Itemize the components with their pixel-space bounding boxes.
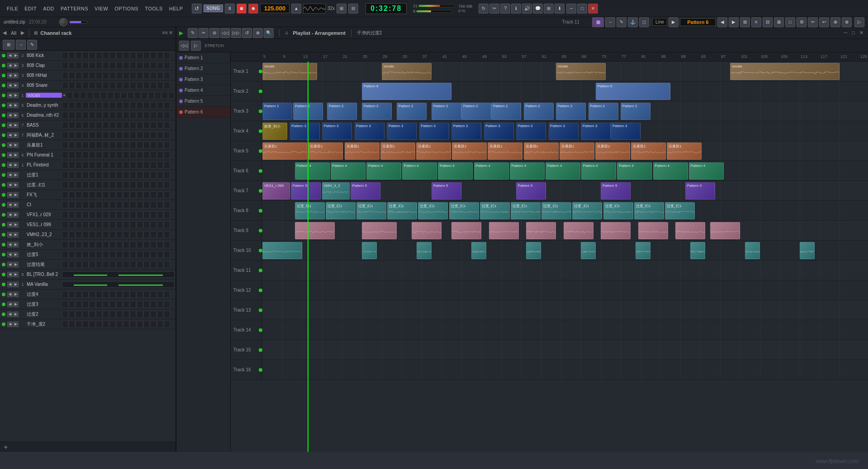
channel-btn-◀-24[interactable]: ◀ <box>7 292 13 297</box>
pad-10-1[interactable] <box>69 152 75 159</box>
pad-4-2[interactable] <box>80 92 86 99</box>
pad-6-13[interactable] <box>150 112 157 119</box>
channel-btn-◀-16[interactable]: ◀ <box>7 212 13 218</box>
pad-27-2[interactable] <box>76 321 82 328</box>
pad-19-6[interactable] <box>103 241 109 248</box>
pad-11-15[interactable] <box>164 161 170 169</box>
channel-name-27[interactable]: 干净_度2 <box>26 321 62 327</box>
block-2-2[interactable]: Pattern 2 <box>327 103 357 120</box>
pl-tab2[interactable]: 干净的过度2 <box>357 30 382 36</box>
pad-20-14[interactable] <box>157 251 163 258</box>
pad-8-2[interactable] <box>76 132 82 139</box>
channel-name-21[interactable]: 过度结尾 <box>26 261 62 268</box>
block-3-9[interactable]: Pattern 3 <box>549 123 579 140</box>
pad-16-13[interactable] <box>150 211 157 218</box>
pad-27-11[interactable] <box>137 321 143 328</box>
pad-25-9[interactable] <box>123 301 129 308</box>
pattern-selector[interactable]: Pattern 6 <box>680 18 716 26</box>
pad-5-0[interactable] <box>62 102 68 109</box>
channel-led-17[interactable] <box>2 223 5 227</box>
pad-17-11[interactable] <box>137 221 143 228</box>
pad-21-13[interactable] <box>150 261 157 268</box>
pad-10-14[interactable] <box>157 152 163 159</box>
tb6[interactable]: ⚙ <box>797 17 806 27</box>
channel-btn-◀-26[interactable]: ◀ <box>7 312 13 317</box>
pad-13-3[interactable] <box>82 181 89 189</box>
speaker-btn[interactable]: 🔊 <box>522 4 532 14</box>
arrow-right-btn[interactable]: → <box>605 17 615 27</box>
pad-5-1[interactable] <box>69 102 75 109</box>
pad-12-11[interactable] <box>137 171 143 179</box>
pad-7-2[interactable] <box>76 122 82 129</box>
pad-16-8[interactable] <box>116 211 123 218</box>
pad-13-2[interactable] <box>76 181 82 189</box>
pad-24-6[interactable] <box>103 291 109 298</box>
pad-16-10[interactable] <box>130 211 136 218</box>
pad-25-12[interactable] <box>143 301 150 308</box>
pad-19-0[interactable] <box>62 241 68 248</box>
pad-4-4[interactable] <box>94 92 100 99</box>
block-4-3[interactable]: 乐巢鼓1 <box>380 142 415 160</box>
pad-21-3[interactable] <box>82 261 89 268</box>
tb2[interactable]: ≡ <box>751 17 761 27</box>
pad-6-4[interactable] <box>89 112 95 119</box>
pad-4-11[interactable] <box>141 92 147 99</box>
pattern-item-2[interactable]: Pattern 2 <box>176 63 230 74</box>
pad-25-0[interactable] <box>62 301 68 308</box>
pad-21-11[interactable] <box>137 261 143 268</box>
stop-btn[interactable]: ⏹ <box>237 4 247 14</box>
channel-btn-◀-9[interactable]: ◀ <box>7 142 13 148</box>
maximize-btn[interactable]: □ <box>577 4 587 14</box>
pad-18-14[interactable] <box>157 231 163 238</box>
channel-row-7[interactable]: ◀▶7BASS <box>0 120 175 130</box>
channel-name-24[interactable]: 过度4 <box>26 291 62 298</box>
pad-12-15[interactable] <box>164 171 170 179</box>
pad-18-1[interactable] <box>69 231 75 238</box>
block-2-4[interactable]: Pattern 2 <box>397 103 427 120</box>
pad-14-1[interactable] <box>69 191 75 199</box>
pad-26-12[interactable] <box>143 311 150 318</box>
channel-btn-◀-15[interactable]: ◀ <box>7 202 13 208</box>
pad-3-10[interactable] <box>130 82 136 89</box>
pad-5-14[interactable] <box>157 102 163 109</box>
pad-9-3[interactable] <box>82 142 89 149</box>
channel-btn-◀-8[interactable]: ◀ <box>7 133 13 138</box>
pad-15-8[interactable] <box>116 201 123 208</box>
channel-row-21[interactable]: ◀▶过度结尾 <box>0 260 175 270</box>
pad-21-9[interactable] <box>123 261 129 268</box>
block-4-1[interactable]: 乐巢鼓1 <box>308 142 343 160</box>
block-5-5[interactable]: Pattern 4 <box>474 162 509 180</box>
pad-4-5[interactable] <box>100 92 107 99</box>
pad-8-13[interactable] <box>150 132 157 139</box>
pad-1-2[interactable] <box>76 62 82 69</box>
pl-tb6[interactable]: ↺ <box>242 28 252 38</box>
expand-right-btn[interactable]: ▷ <box>854 17 864 27</box>
pad-4-1[interactable] <box>73 92 80 99</box>
pad-9-10[interactable] <box>130 142 136 149</box>
pad-15-13[interactable] <box>150 201 157 208</box>
pad-14-11[interactable] <box>137 191 143 199</box>
pad-20-6[interactable] <box>103 251 109 258</box>
pad-20-4[interactable] <box>89 251 95 258</box>
channel-row-24[interactable]: ◀▶过度4 <box>0 289 175 299</box>
pad-7-3[interactable] <box>82 122 89 129</box>
block-3-1[interactable]: Pattern 3 <box>290 123 320 140</box>
pad-26-0[interactable] <box>62 311 68 318</box>
pad-10-11[interactable] <box>137 152 143 159</box>
pad-19-8[interactable] <box>116 241 123 248</box>
channel-btn-▶-1[interactable]: ▶ <box>13 63 19 68</box>
pad-9-0[interactable] <box>62 142 68 149</box>
channel-name-3[interactable]: 808 Snare <box>26 83 62 88</box>
block-6-0[interactable]: VES1_r 099 <box>262 182 290 199</box>
channel-btn-▶-20[interactable]: ▶ <box>13 252 19 257</box>
pad-16-1[interactable] <box>69 211 75 218</box>
channel-led-8[interactable] <box>2 133 5 137</box>
channel-btn-▶-3[interactable]: ▶ <box>13 83 19 88</box>
channel-btn-◀-27[interactable]: ◀ <box>7 322 13 327</box>
pad-13-6[interactable] <box>103 181 109 189</box>
block-3-0[interactable]: 效果_到小 <box>262 123 287 140</box>
block-2-11[interactable]: Pattern 2 <box>621 103 650 120</box>
pad-18-9[interactable] <box>123 231 129 238</box>
pad-0-12[interactable] <box>143 52 150 59</box>
block-9-9[interactable] <box>800 242 815 259</box>
